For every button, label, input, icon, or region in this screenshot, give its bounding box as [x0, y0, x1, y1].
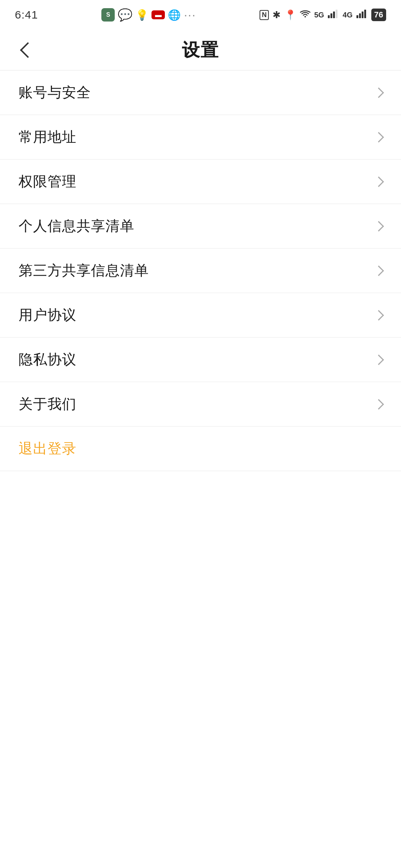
menu-label-user-agreement: 用户协议	[19, 306, 76, 325]
menu-item-about-us[interactable]: 关于我们	[0, 382, 401, 427]
chevron-right-icon	[374, 310, 384, 320]
menu-item-logout[interactable]: 退出登录	[0, 427, 401, 471]
chevron-right-icon	[374, 354, 384, 365]
status-bar: 6:41 S 💬 💡 ▬ 🌐 ··· N ✱ 📍	[0, 0, 401, 30]
battery-indicator: 76	[371, 9, 386, 21]
chevron-right-icon	[374, 132, 384, 142]
menu-item-permission-mgmt[interactable]: 权限管理	[0, 160, 401, 204]
svg-rect-0	[328, 15, 330, 18]
navigation-bar: 设置	[0, 30, 401, 70]
status-time: 6:41	[15, 9, 38, 21]
menu-item-privacy-agreement[interactable]: 隐私协议	[0, 338, 401, 382]
menu-label-third-party-share: 第三方共享信息清单	[19, 261, 149, 280]
signal-4g-icon: 4G	[343, 11, 353, 19]
settings-menu-list: 账号与安全 常用地址 权限管理 个人信息共享清单 第三方共享信息清单 用户协议 …	[0, 70, 401, 471]
message-icon: 💬	[118, 8, 133, 22]
chevron-right-icon	[374, 176, 384, 187]
menu-label-common-address: 常用地址	[19, 128, 76, 147]
chevron-right-icon	[374, 265, 384, 276]
menu-label-permission-mgmt: 权限管理	[19, 172, 76, 191]
menu-label-about-us: 关于我们	[19, 395, 76, 414]
menu-label-logout: 退出登录	[19, 439, 76, 458]
svg-rect-4	[356, 15, 358, 18]
svg-rect-3	[336, 10, 338, 18]
menu-item-common-address[interactable]: 常用地址	[0, 115, 401, 160]
chevron-right-icon	[374, 399, 384, 409]
svg-rect-1	[330, 13, 332, 18]
menu-item-third-party-share[interactable]: 第三方共享信息清单	[0, 249, 401, 293]
lightbulb-icon: 💡	[136, 9, 149, 21]
signal-bars2-icon	[356, 9, 368, 21]
back-button[interactable]	[15, 37, 41, 63]
nfc-icon: N	[260, 10, 269, 20]
menu-item-user-agreement[interactable]: 用户协议	[0, 293, 401, 338]
page-title: 设置	[182, 38, 219, 62]
chevron-right-icon	[374, 87, 384, 98]
status-system-icons: N ✱ 📍 5G 4G	[260, 9, 386, 21]
menu-item-personal-info-share[interactable]: 个人信息共享清单	[0, 204, 401, 249]
more-icon: ···	[184, 8, 196, 22]
bluetooth-icon: ✱	[273, 9, 281, 21]
svg-rect-7	[364, 10, 366, 18]
svg-rect-5	[359, 13, 361, 18]
globe-icon: 🌐	[168, 9, 181, 21]
menu-label-personal-info-share: 个人信息共享清单	[19, 217, 134, 236]
back-arrow-icon	[20, 42, 36, 57]
soul-icon: S	[101, 8, 115, 22]
location-icon: 📍	[284, 9, 296, 21]
svg-rect-6	[362, 11, 363, 18]
menu-item-account-security[interactable]: 账号与安全	[0, 70, 401, 115]
menu-label-account-security: 账号与安全	[19, 83, 91, 102]
signal-bars-icon	[328, 9, 339, 21]
wifi-icon	[300, 9, 310, 21]
flag-icon: ▬	[151, 10, 165, 19]
signal-5g-icon: 5G	[314, 11, 324, 19]
chevron-right-icon	[374, 221, 384, 231]
svg-rect-2	[333, 11, 335, 18]
menu-label-privacy-agreement: 隐私协议	[19, 350, 76, 369]
status-app-icons: S 💬 💡 ▬ 🌐 ···	[101, 8, 196, 22]
